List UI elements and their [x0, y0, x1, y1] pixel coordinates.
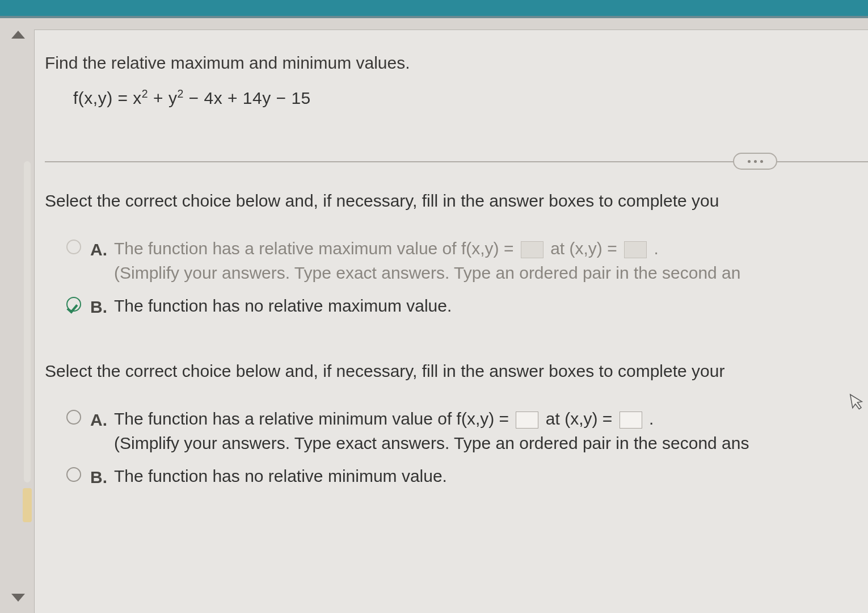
option-hint: (Simplify your answers. Type exact answe… — [114, 263, 740, 282]
option-text: The function has no relative minimum val… — [114, 467, 447, 485]
more-options-button[interactable] — [733, 153, 777, 170]
option-text: at (x,y) = — [550, 239, 617, 258]
formula-part: − 4x + 14y − 15 — [184, 89, 311, 107]
answer-box-max-value[interactable] — [521, 241, 543, 258]
answer-box-min-value[interactable] — [516, 412, 538, 429]
section-divider — [45, 150, 868, 173]
option-text: . — [654, 239, 658, 258]
radio-part2-b[interactable] — [66, 467, 81, 482]
question-panel: Find the relative maximum and minimum va… — [34, 30, 868, 613]
window-chrome: Find the relative maximum and minimum va… — [0, 16, 868, 613]
option-text: at (x,y) = — [546, 409, 613, 428]
exponent: 2 — [177, 87, 183, 100]
option-text: The function has a relative maximum valu… — [114, 239, 513, 258]
part2-option-a[interactable]: A. The function has a relative minimum v… — [45, 406, 868, 456]
option-text: The function has no relative maximum val… — [114, 296, 452, 315]
part2-choices: A. The function has a relative minimum v… — [45, 406, 868, 490]
radio-part1-a[interactable] — [66, 240, 81, 254]
formula-part: + y — [148, 89, 177, 107]
radio-part2-a[interactable] — [66, 410, 81, 425]
radio-part1-b[interactable] — [66, 297, 81, 312]
option-letter: A. — [90, 237, 105, 262]
option-letter: A. — [90, 408, 105, 433]
part1-option-a[interactable]: A. The function has a relative maximum v… — [45, 236, 868, 285]
scrollbar-track[interactable] — [24, 161, 31, 482]
part1-option-b[interactable]: B. The function has no relative maximum … — [45, 293, 868, 320]
exponent: 2 — [142, 87, 148, 100]
scroll-up-icon[interactable] — [11, 31, 25, 39]
part2-instruction: Select the correct choice below and, if … — [45, 359, 868, 384]
question-prompt: Find the relative maximum and minimum va… — [45, 51, 868, 75]
part1-choices: A. The function has a relative maximum v… — [45, 236, 868, 320]
question-formula: f(x,y) = x2 + y2 − 4x + 14y − 15 — [45, 86, 868, 111]
formula-part: f(x,y) = x — [73, 89, 142, 107]
option-letter: B. — [90, 465, 105, 490]
option-text: The function has a relative minimum valu… — [114, 409, 509, 428]
part2-option-b[interactable]: B. The function has no relative minimum … — [45, 464, 868, 490]
answer-box-min-point[interactable] — [620, 412, 642, 429]
answer-box-max-point[interactable] — [624, 241, 647, 258]
option-letter: B. — [90, 295, 105, 320]
left-gutter — [0, 18, 34, 613]
option-hint: (Simplify your answers. Type exact answe… — [114, 434, 749, 452]
option-text: . — [649, 409, 654, 428]
part1-instruction: Select the correct choice below and, if … — [45, 188, 868, 213]
scroll-down-icon[interactable] — [11, 594, 25, 602]
scroll-marker — [23, 488, 32, 522]
